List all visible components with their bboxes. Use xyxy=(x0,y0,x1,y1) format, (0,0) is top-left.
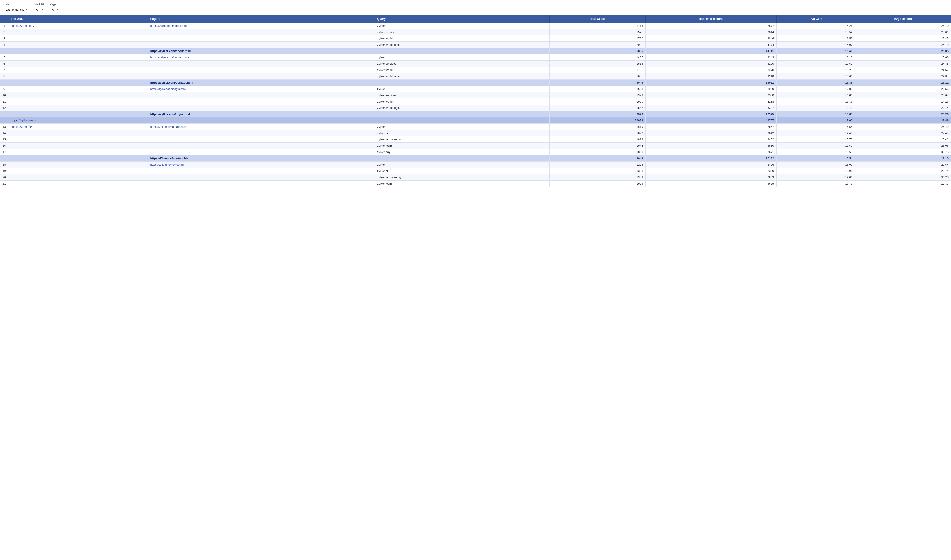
cell-query: zylker xyxy=(375,86,549,92)
cell-row-num: 3 xyxy=(0,35,8,42)
col-header-page[interactable]: Page ↓ xyxy=(148,15,375,23)
cell-total-clicks: 1828 xyxy=(549,130,645,136)
cell-avg-position: 26.06 xyxy=(855,143,951,149)
cell-site-url: https://zylker.com/ xyxy=(8,117,148,124)
table-row: 20zylker in marketing1333285319.0630.20 xyxy=(0,174,951,180)
query-sort-icon: ↓ xyxy=(388,18,389,20)
cell-avg-position: 25.41 xyxy=(855,136,951,143)
cell-query: zylker services xyxy=(375,61,549,67)
cell-avg-ctr: 15.65 xyxy=(776,111,855,117)
cell-avg-ctr: 19.06 xyxy=(776,174,855,180)
cell-total-clicks: 1378 xyxy=(549,92,645,98)
filter-bar: Date: Last 6 Months Site URL: All Page: … xyxy=(0,0,951,15)
cell-page: https://zylker.com/about.html xyxy=(148,48,375,54)
cell-row-num: 8 xyxy=(0,73,8,80)
date-filter-group: Date: Last 6 Months xyxy=(4,3,29,12)
cell-total-clicks: 1435 xyxy=(549,54,645,61)
cell-total-clicks: 1619 xyxy=(549,124,645,130)
table-row: 18https://Zillum.io/home.htmlzylker12232… xyxy=(0,162,951,168)
cell-avg-position: 27.10 xyxy=(855,155,951,162)
cell-avg-position: 25.01 xyxy=(855,29,951,35)
cell-page xyxy=(148,92,375,98)
cell-row-num: 1 xyxy=(0,23,8,29)
cell-avg-position: 24.45 xyxy=(855,61,951,67)
table-row: https://zylker.com/about.html68351471115… xyxy=(0,48,951,54)
cell-total-clicks: 1925 xyxy=(549,180,645,187)
col-header-site-url[interactable]: Site URL xyxy=(8,15,148,23)
cell-avg-position: 23.67 xyxy=(855,92,951,98)
table-body: 1https://zylker.com/https://zylker.com/a… xyxy=(0,23,951,187)
cell-row-num xyxy=(0,155,8,162)
cell-total-impressions: 3307 xyxy=(645,105,776,111)
cell-avg-ctr: 16.00 xyxy=(776,162,855,168)
cell-avg-ctr: 13.66 xyxy=(776,73,855,80)
cell-site-url xyxy=(8,80,148,86)
cell-avg-ctr: 15.55 xyxy=(776,149,855,155)
site-url-filter-select[interactable]: All xyxy=(34,7,45,12)
cell-total-clicks: 1944 xyxy=(549,143,645,149)
data-table: Site URL Page ↓ Query ↓ Total Clicks Tot… xyxy=(0,15,951,187)
table-row: 11zylker world1990413816.3624.26 xyxy=(0,98,951,105)
site-url-filter-group: Site URL: All xyxy=(34,3,45,12)
cell-page xyxy=(148,180,375,187)
cell-query: zylker login xyxy=(375,180,549,187)
cell-row-num: 21 xyxy=(0,180,8,187)
cell-avg-ctr: 16.36 xyxy=(776,98,855,105)
cell-avg-position: 29.84 xyxy=(855,73,951,80)
cell-total-impressions: 3642 xyxy=(645,130,776,136)
cell-page xyxy=(148,35,375,42)
cell-avg-position: 24.67 xyxy=(855,67,951,73)
col-header-total-impressions[interactable]: Total Impressions xyxy=(645,15,776,23)
cell-row-num: 16 xyxy=(0,143,8,149)
cell-site-url xyxy=(8,35,148,42)
cell-row-num: 4 xyxy=(0,42,8,48)
cell-site-url xyxy=(8,136,148,143)
date-filter-select[interactable]: Last 6 Months xyxy=(4,7,29,12)
cell-avg-ctr: 15.00 xyxy=(776,117,855,124)
cell-avg-position: 25.46 xyxy=(855,117,951,124)
cell-page xyxy=(148,29,375,35)
cell-query: zylker world login xyxy=(375,105,549,111)
cell-avg-ctr: 16.59 xyxy=(776,35,855,42)
cell-avg-ctr: 15.54 xyxy=(776,155,855,162)
cell-page: https://Zillum.io/contact.html xyxy=(148,124,375,130)
cell-query xyxy=(375,111,549,117)
col-header-query[interactable]: Query ↓ xyxy=(375,15,549,23)
cell-avg-position: 21.37 xyxy=(855,180,951,187)
col-header-total-clicks[interactable]: Total Clicks xyxy=(549,15,645,23)
cell-page xyxy=(148,42,375,48)
cell-query: zylker world xyxy=(375,35,549,42)
cell-total-clicks: 1308 xyxy=(549,168,645,174)
cell-total-clicks: 6835 xyxy=(549,48,645,54)
cell-query: zylker bi xyxy=(375,130,549,136)
cell-site-url xyxy=(8,130,148,136)
table-row: 17zylker pay1839367115.5530.75 xyxy=(0,149,951,155)
cell-site-url: https://zylker.eu/ xyxy=(8,124,148,130)
col-header-avg-ctr[interactable]: Avg CTR xyxy=(776,15,855,23)
cell-page: https://Zillum.io/contact.html xyxy=(148,155,375,162)
cell-site-url xyxy=(8,42,148,48)
cell-site-url xyxy=(8,54,148,61)
cell-total-clicks: 1571 xyxy=(549,29,645,35)
cell-total-impressions: 2550 xyxy=(645,92,776,98)
cell-total-clicks: 6645 xyxy=(549,80,645,86)
cell-row-num xyxy=(0,117,8,124)
cell-total-clicks: 1631 xyxy=(549,73,645,80)
table-header-row: Site URL Page ↓ Query ↓ Total Clicks Tot… xyxy=(0,15,951,23)
col-header-avg-position[interactable]: Avg Position xyxy=(855,15,951,23)
cell-query: zylker xyxy=(375,54,549,61)
cell-site-url xyxy=(8,149,148,155)
cell-page xyxy=(148,105,375,111)
table-row: https://zylker.com/login.html65781297515… xyxy=(0,111,951,117)
cell-query: zylker world login xyxy=(375,42,549,48)
cell-avg-ctr: 15.28 xyxy=(776,67,855,73)
cell-row-num: 14 xyxy=(0,130,8,136)
cell-avg-ctr: 14.97 xyxy=(776,42,855,48)
table-row: https://zylker.com/200584070715.0025.46 xyxy=(0,117,951,124)
page-filter-group: Page: All xyxy=(50,3,60,12)
cell-total-clicks: 1813 xyxy=(549,136,645,143)
cell-total-impressions: 2426 xyxy=(645,162,776,168)
cell-total-impressions: 12975 xyxy=(645,111,776,117)
page-filter-select[interactable]: All xyxy=(50,7,60,12)
cell-page xyxy=(148,143,375,149)
